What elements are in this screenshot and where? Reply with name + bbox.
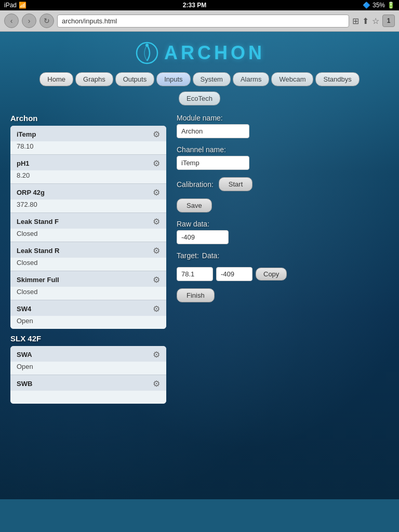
- nav-alarms[interactable]: Alarms: [233, 72, 269, 86]
- channel-name-leak-stand-f: Leak Stand F: [17, 218, 59, 225]
- channel-name-sw4: SW4: [17, 305, 31, 313]
- module-name-group: Module name:: [177, 114, 389, 138]
- gear-icon-leak-stand-r[interactable]: ⚙: [153, 246, 160, 256]
- reload-button[interactable]: ↻: [39, 14, 54, 28]
- channel-value-leak-stand-r: Closed: [10, 258, 166, 271]
- channel-value-leak-stand-f: Closed: [10, 229, 166, 242]
- calibration-start-button[interactable]: Start: [219, 177, 252, 191]
- module-name-label: Module name:: [177, 114, 389, 122]
- browser-actions: ⊞ ⬆ ☆ 1: [352, 15, 395, 27]
- page-background: ARCHON Home Graphs Outputs Inputs System…: [0, 32, 399, 499]
- battery-label: 35%: [373, 2, 385, 9]
- channel-swb: SWB ⚙: [10, 375, 166, 404]
- channel-value-orp42g: 372.80: [10, 200, 166, 212]
- data-value-input[interactable]: [216, 267, 252, 281]
- channel-name-group: Channel name:: [177, 145, 389, 170]
- nav-home[interactable]: Home: [39, 72, 73, 86]
- raw-data-group: Raw data:: [177, 220, 389, 244]
- channel-itemp: iTemp ⚙ 78.10: [10, 126, 166, 155]
- channel-skimmer-full: Skimmer Full ⚙ Closed: [10, 271, 166, 300]
- target-data-inputs: Copy: [177, 267, 389, 281]
- nav-webcam[interactable]: Webcam: [271, 72, 313, 86]
- channel-swa: SWA ⚙ Open: [10, 346, 166, 375]
- gear-icon-swb[interactable]: ⚙: [153, 379, 160, 389]
- channel-leak-stand-r: Leak Stand R ⚙ Closed: [10, 242, 166, 271]
- channel-leak-stand-f: Leak Stand F ⚙ Closed: [10, 213, 166, 242]
- channel-value-itemp: 78.10: [10, 141, 166, 154]
- main-content: Archon iTemp ⚙ 78.10 pH1 ⚙: [0, 109, 399, 414]
- tab-count[interactable]: 1: [382, 15, 395, 27]
- gear-icon-ph1[interactable]: ⚙: [153, 158, 160, 168]
- channel-ph1: pH1 ⚙ 8.20: [10, 155, 166, 184]
- gear-icon-orp42g[interactable]: ⚙: [153, 188, 160, 197]
- data-label: Data:: [202, 251, 219, 260]
- calibration-group: Calibration: Start: [177, 177, 389, 191]
- module-title-archon: Archon: [10, 114, 166, 123]
- bluetooth-icon: 🔷: [363, 2, 370, 9]
- channel-value-sw4: Open: [10, 316, 166, 329]
- back-button[interactable]: ‹: [4, 14, 19, 28]
- nav-ecotech[interactable]: EcoTech: [179, 91, 220, 105]
- channel-name-swa: SWA: [17, 351, 32, 358]
- gear-icon-leak-stand-f[interactable]: ⚙: [153, 217, 160, 227]
- gear-icon-sw4[interactable]: ⚙: [153, 304, 160, 314]
- channel-name-ph1: pH1: [17, 159, 30, 167]
- module-title-slx42f: SLX 42F: [10, 334, 166, 343]
- module-archon: Archon iTemp ⚙ 78.10 pH1 ⚙: [10, 114, 166, 329]
- battery-icon: 🔋: [387, 2, 395, 9]
- raw-data-label: Raw data:: [177, 220, 389, 228]
- nav-standbys[interactable]: Standbys: [315, 72, 359, 86]
- svg-point-1: [145, 44, 149, 47]
- nav-bar-secondary: EcoTech: [0, 88, 399, 109]
- target-value-input[interactable]: [177, 267, 213, 281]
- gear-icon-swa[interactable]: ⚙: [153, 350, 160, 360]
- carrier-label: iPad: [4, 2, 17, 9]
- module-name-input[interactable]: [177, 124, 249, 138]
- bookmark-button[interactable]: ☆: [372, 16, 379, 26]
- copy-button[interactable]: Copy: [256, 268, 287, 281]
- browser-chrome: ‹ › ↻ archon/inputs.html ⊞ ⬆ ☆ 1: [0, 10, 399, 32]
- status-right: 🔷 35% 🔋: [363, 2, 395, 9]
- channel-name-skimmer-full: Skimmer Full: [17, 276, 59, 284]
- channel-value-ph1: 8.20: [10, 170, 166, 183]
- channel-name-input[interactable]: [177, 156, 249, 170]
- save-button[interactable]: Save: [177, 198, 212, 212]
- module-slx42f: SLX 42F SWA ⚙ Open SWB ⚙: [10, 334, 166, 404]
- logo-text: ARCHON: [164, 42, 265, 64]
- left-panel: Archon iTemp ⚙ 78.10 pH1 ⚙: [10, 114, 166, 409]
- logo-icon: [134, 40, 160, 66]
- finish-button[interactable]: Finish: [177, 288, 215, 302]
- channel-value-skimmer-full: Closed: [10, 287, 166, 300]
- url-text: archon/inputs.html: [62, 17, 117, 25]
- channel-name-itemp: iTemp: [17, 130, 36, 138]
- share-button[interactable]: ⬆: [362, 16, 369, 26]
- raw-data-input[interactable]: [177, 230, 229, 244]
- channel-name-swb: SWB: [17, 380, 32, 388]
- channel-sw4: SW4 ⚙ Open: [10, 300, 166, 329]
- reader-button[interactable]: ⊞: [352, 16, 359, 26]
- status-left: iPad 📶: [4, 2, 26, 9]
- target-label: Target:: [177, 251, 199, 260]
- gear-icon-itemp[interactable]: ⚙: [153, 129, 160, 139]
- channel-orp42g: ORP 42g ⚙ 372.80: [10, 184, 166, 213]
- target-data-row: Target: Data:: [177, 251, 389, 260]
- nav-system[interactable]: System: [193, 72, 231, 86]
- nav-outputs[interactable]: Outputs: [115, 72, 155, 86]
- archon-channel-group: iTemp ⚙ 78.10 pH1 ⚙ 8.20: [10, 126, 166, 329]
- channel-name-label: Channel name:: [177, 145, 389, 154]
- channel-name-leak-stand-r: Leak Stand R: [17, 247, 59, 255]
- gear-icon-skimmer-full[interactable]: ⚙: [153, 275, 160, 285]
- nav-inputs[interactable]: Inputs: [156, 72, 190, 86]
- status-bar: iPad 📶 2:33 PM 🔷 35% 🔋: [0, 0, 399, 10]
- wifi-icon: 📶: [19, 2, 26, 9]
- nav-bar: Home Graphs Outputs Inputs System Alarms…: [0, 70, 399, 88]
- nav-graphs[interactable]: Graphs: [75, 72, 113, 86]
- address-bar[interactable]: archon/inputs.html: [57, 15, 349, 28]
- channel-name-orp42g: ORP 42g: [17, 189, 45, 196]
- right-panel: Module name: Channel name: Calibration: …: [177, 114, 389, 409]
- calibration-label: Calibration:: [177, 180, 214, 189]
- channel-value-swb: [10, 391, 166, 404]
- forward-button[interactable]: ›: [22, 14, 36, 28]
- slx42f-channel-group: SWA ⚙ Open SWB ⚙: [10, 346, 166, 404]
- time-display: 2:33 PM: [183, 2, 206, 9]
